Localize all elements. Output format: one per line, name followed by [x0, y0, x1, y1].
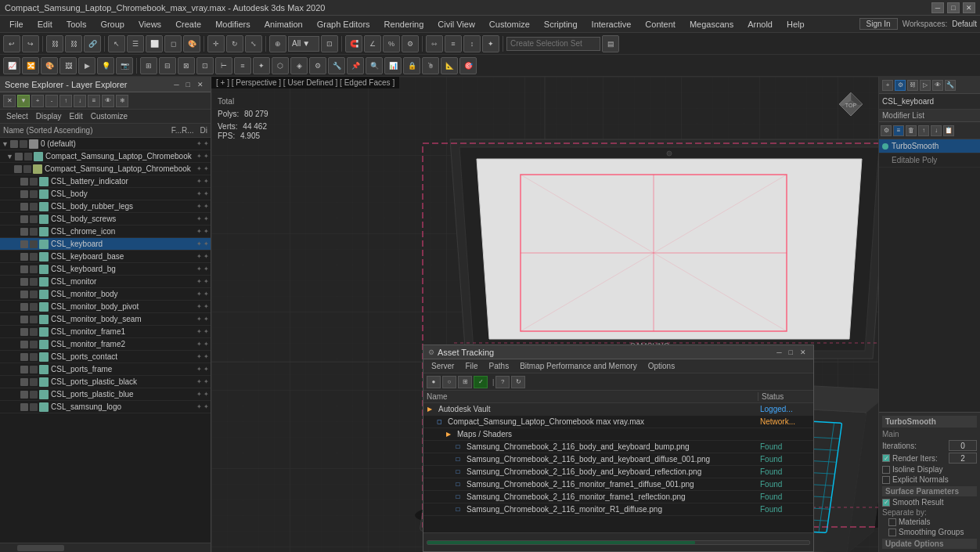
rp-sg-check[interactable]: [888, 529, 896, 536]
navigation-cube[interactable]: TOP: [831, 85, 870, 124]
se-tb-create[interactable]: +: [31, 95, 44, 107]
scene-explorer-row[interactable]: ▼Compact_Samsung_Laptop_Chromebook✦ ✦: [0, 150, 211, 163]
se-render-icon[interactable]: [30, 303, 38, 311]
se-vis-icon[interactable]: [20, 341, 28, 348]
se-render-icon[interactable]: [30, 290, 38, 298]
tb2-btn6[interactable]: ≡: [234, 57, 251, 74]
render-button[interactable]: ▶: [78, 57, 95, 74]
se-vis-icon[interactable]: [20, 190, 28, 198]
se-render-icon[interactable]: [30, 316, 38, 323]
se-pin-button[interactable]: ─: [171, 80, 181, 89]
at-row[interactable]: □Samsung_Chromebook_2_116_monitor_frame1…: [423, 491, 813, 503]
at-row[interactable]: □Samsung_Chromebook_2_116_body_and_keybo…: [423, 466, 813, 478]
menu-views[interactable]: Views: [132, 18, 168, 31]
se-vis-icon[interactable]: [20, 228, 28, 236]
scene-explorer-row[interactable]: CSL_ports_plastic_blue✦ ✦: [0, 388, 211, 401]
se-vis-icon[interactable]: [20, 366, 28, 373]
at-menu-file[interactable]: File: [460, 362, 482, 370]
se-render-icon[interactable]: [30, 203, 38, 211]
at-menu-server[interactable]: Server: [427, 362, 459, 370]
at-row[interactable]: □Samsung_Chromebook_2_116_body_and_keybo…: [423, 453, 813, 466]
se-restore-button[interactable]: □: [184, 80, 193, 89]
se-vis-icon[interactable]: [20, 391, 28, 399]
rp-isoline-check[interactable]: [882, 466, 890, 474]
tb2-btn15[interactable]: 🔒: [403, 57, 420, 74]
rp-utils-icon[interactable]: 🔧: [945, 80, 956, 91]
se-tb-up[interactable]: ↑: [59, 95, 72, 107]
tb2-btn16[interactable]: 🖱: [422, 57, 439, 74]
at-tb3[interactable]: ⊞: [458, 376, 472, 388]
scene-explorer-row[interactable]: CSL_ports_contact✦ ✦: [0, 351, 211, 363]
angle-snap[interactable]: ∠: [364, 35, 381, 52]
menu-file[interactable]: File: [3, 18, 30, 31]
se-menu-edit[interactable]: Edit: [67, 112, 86, 121]
scene-explorer-row[interactable]: CSL_monitor_frame2✦ ✦: [0, 338, 211, 351]
scene-explorer-row[interactable]: CSL_keyboard_bg✦ ✦: [0, 263, 211, 276]
scene-explorer-row[interactable]: CSL_ports_plastic_black✦ ✦: [0, 376, 211, 388]
undo-button[interactable]: ↩: [3, 35, 20, 52]
rp-iter-val[interactable]: 0: [949, 440, 977, 451]
pivot-button[interactable]: ⊡: [321, 35, 338, 52]
se-tb-delete[interactable]: -: [45, 95, 58, 107]
rp-explicit-check[interactable]: [882, 476, 890, 484]
se-menu-select[interactable]: Select: [3, 112, 31, 121]
scene-explorer-row[interactable]: CSL_monitor_body_seam✦ ✦: [0, 313, 211, 326]
at-close[interactable]: ✕: [798, 348, 809, 357]
tb2-btn14[interactable]: 📊: [384, 57, 402, 74]
scene-explorer-row[interactable]: Compact_Samsung_Laptop_Chromebook✦ ✦: [0, 163, 211, 175]
se-render-icon[interactable]: [30, 341, 38, 348]
curve-editor-button[interactable]: 📈: [3, 57, 20, 74]
se-vis-icon[interactable]: [20, 178, 28, 186]
se-render-icon[interactable]: [30, 391, 38, 399]
scene-explorer-row[interactable]: CSL_monitor_body_pivot✦ ✦: [0, 301, 211, 313]
redo-button[interactable]: ↪: [22, 35, 39, 52]
rp-mod-tb1[interactable]: ⚙: [881, 125, 892, 136]
at-row[interactable]: ▶Autodesk VaultLogged...: [423, 403, 813, 416]
se-vis-icon[interactable]: [20, 240, 28, 248]
se-render-icon[interactable]: [30, 378, 38, 386]
se-render-icon[interactable]: [30, 240, 38, 248]
tb2-btn8[interactable]: ⬡: [272, 57, 289, 74]
at-minimize[interactable]: ─: [774, 348, 784, 357]
select-by-color-button[interactable]: 🎨: [183, 35, 200, 52]
se-vis-icon[interactable]: [20, 353, 28, 361]
tb2-btn13[interactable]: 🔍: [366, 57, 383, 74]
align-button[interactable]: ≡: [445, 35, 462, 52]
se-vis-icon[interactable]: [20, 316, 28, 323]
se-render-icon[interactable]: [30, 228, 38, 236]
move-button[interactable]: ✛: [207, 35, 225, 52]
scene-explorer-row[interactable]: ▼0 (default)✦ ✦: [0, 138, 211, 150]
rp-render-iters-val[interactable]: 2: [949, 453, 977, 464]
menu-modifiers[interactable]: Modifiers: [209, 18, 257, 31]
se-tb-filter[interactable]: ▼: [17, 95, 30, 107]
at-row[interactable]: □Samsung_Chromebook_2_116_body_and_keybo…: [423, 441, 813, 453]
se-vis-icon[interactable]: [20, 265, 28, 273]
scene-explorer-row[interactable]: CSL_monitor_body✦ ✦: [0, 288, 211, 301]
bind-button[interactable]: 🔗: [84, 35, 101, 52]
rp-mod-turbsmooth[interactable]: TurboSmooth: [879, 139, 980, 153]
tb2-btn1[interactable]: ⊞: [140, 57, 157, 74]
se-render-icon[interactable]: [30, 366, 38, 373]
se-vis-icon[interactable]: [20, 290, 28, 298]
active-shade-button[interactable]: 💡: [97, 57, 114, 74]
at-tb4[interactable]: ✓: [474, 376, 488, 388]
render-scene-button[interactable]: 🖼: [59, 57, 77, 74]
se-render-icon[interactable]: [30, 278, 38, 286]
at-restore[interactable]: □: [787, 348, 795, 357]
se-vis-icon[interactable]: [10, 140, 18, 148]
se-render-icon[interactable]: [23, 165, 31, 173]
se-vis-icon[interactable]: [15, 153, 23, 161]
menu-interactive[interactable]: Interactive: [585, 18, 638, 31]
window-cross-button[interactable]: ◻: [164, 35, 182, 52]
rp-motion-icon[interactable]: ▷: [920, 80, 931, 91]
selection-set-input[interactable]: [506, 37, 600, 51]
at-menu-paths[interactable]: Paths: [485, 362, 514, 370]
at-tb2[interactable]: ○: [442, 376, 456, 388]
se-tb-sort[interactable]: ≡: [88, 95, 100, 107]
se-tb-x[interactable]: ✕: [3, 95, 16, 107]
rp-mod-editable-poly[interactable]: Editable Poly: [879, 153, 980, 168]
menu-group[interactable]: Group: [94, 18, 131, 31]
scene-explorer-row[interactable]: CSL_keyboard✦ ✦: [0, 238, 211, 251]
se-render-icon[interactable]: [30, 353, 38, 361]
menu-create[interactable]: Create: [169, 18, 207, 31]
